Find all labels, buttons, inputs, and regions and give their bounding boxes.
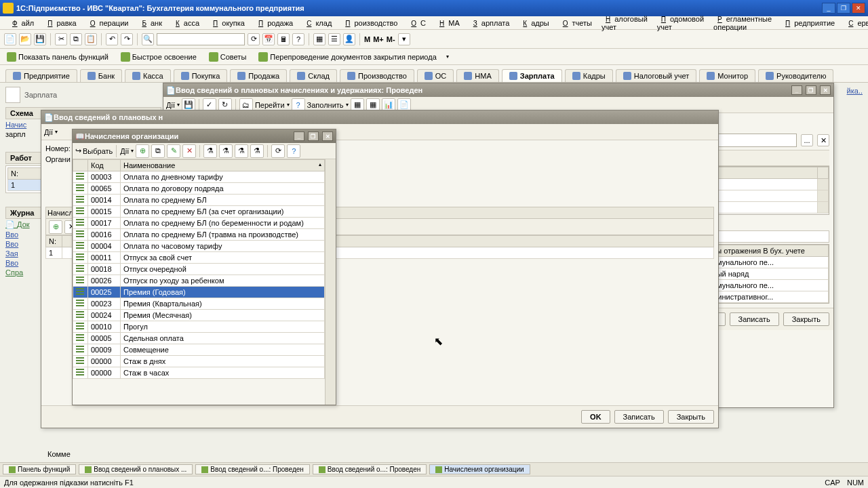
m-button[interactable]: M [364, 35, 370, 43]
menu-сервис[interactable]: Сервис [840, 18, 868, 28]
catalog-actions[interactable]: Дії [120, 147, 129, 155]
menu-подомовой учет[interactable]: Подомовой учет [653, 14, 708, 33]
user-icon[interactable]: 👤 [343, 33, 355, 45]
catalog-row[interactable]: 00009Совмещение [73, 344, 325, 356]
catalog-max-icon[interactable]: ❐ [308, 131, 319, 141]
edit-item-icon[interactable]: ✎ [167, 144, 180, 158]
navtab-нма[interactable]: НМА [456, 69, 498, 82]
close-button[interactable]: ✕ [852, 3, 865, 14]
close-button[interactable]: Закрыть [783, 312, 829, 326]
menu-касса[interactable]: Касса [167, 18, 203, 28]
menu-операции[interactable]: Операции [82, 18, 133, 28]
menu-склад[interactable]: Склад [298, 18, 336, 28]
filter3-icon[interactable]: ⚗ [235, 144, 248, 158]
task-item[interactable]: Ввод сведений о...: Проведен [313, 464, 427, 474]
menu-кадры[interactable]: Кадры [515, 18, 553, 28]
actions-menu[interactable]: Дії [166, 101, 175, 109]
help-list-icon[interactable]: ? [287, 144, 300, 158]
inner-actions[interactable]: Дії [44, 128, 53, 136]
catalog-close-icon[interactable]: ✕ [322, 131, 333, 141]
menu-отчеты[interactable]: Отчеты [555, 18, 596, 28]
menu-зарплата[interactable]: Зарплата [465, 18, 514, 28]
catalog-row[interactable]: 00025Премия (Годовая) [73, 287, 325, 298]
inner-close-button[interactable]: Закрыть [668, 410, 714, 424]
quick-показать[interactable]: Показать панель функций [4, 51, 111, 63]
catalog-row[interactable]: 00015Оплата по среднему БЛ (за счет орга… [73, 206, 325, 218]
cut-icon[interactable]: ✂ [55, 33, 67, 45]
grid-icon[interactable]: ▦ [313, 33, 326, 45]
restore-button[interactable]: ❐ [837, 3, 850, 14]
save-icon[interactable]: 💾 [34, 33, 46, 45]
col-name[interactable]: Наименование ▴ [121, 160, 325, 171]
catalog-row[interactable]: 00065Оплата по договору подряда [73, 183, 325, 195]
filter-clear-icon[interactable]: ⚗ [250, 144, 264, 158]
navtab-производство[interactable]: Производство [340, 69, 414, 82]
menu-предприятие[interactable]: Предприятие [777, 18, 839, 28]
menu-налоговый учет[interactable]: Налоговый учет [597, 14, 652, 33]
calc-icon[interactable]: 🖩 [277, 33, 290, 45]
catalog-row[interactable]: 00004Оплата по часовому тарифу [73, 241, 325, 252]
fill-menu[interactable]: Заполнить [307, 101, 344, 109]
open-icon[interactable]: 📂 [19, 33, 31, 45]
catalog-row[interactable]: 00018Отпуск очередной [73, 264, 325, 275]
catalog-row[interactable]: 00024Премия (Месячная) [73, 310, 325, 321]
mdi-catalog-titlebar[interactable]: 📖 Начисления организации _ ❐ ✕ [73, 129, 336, 143]
setup-link[interactable]: йка.. [847, 87, 863, 95]
mdi-main-titlebar[interactable]: 📄 Ввод сведений о плановых начислениях и… [163, 83, 833, 97]
copy-item-icon[interactable]: ⧉ [151, 144, 165, 158]
menu-покупка[interactable]: Покупка [205, 18, 249, 28]
menu-файл[interactable]: Файл [4, 18, 38, 28]
menu-нма[interactable]: НМА [431, 18, 464, 28]
catalog-row[interactable]: 00003Оплата по дневному тарифу [73, 171, 325, 183]
mdi-restore-icon[interactable]: ❐ [806, 85, 816, 95]
goto-menu[interactable]: Перейти [255, 101, 285, 109]
menu-банк[interactable]: Банк [134, 18, 166, 28]
list-icon[interactable]: ☰ [328, 33, 340, 45]
filter1-icon[interactable]: ⚗ [203, 144, 217, 158]
navtab-руководителю[interactable]: Руководителю [758, 69, 833, 82]
catalog-row[interactable]: 00014Оплата по среднему БЛ [73, 195, 325, 206]
mdi-close-icon[interactable]: ✕ [820, 85, 831, 95]
search-input[interactable] [157, 33, 245, 45]
refresh-icon[interactable]: ⟳ [248, 33, 260, 45]
navtab-продажа[interactable]: Продажа [230, 69, 287, 82]
catalog-row[interactable]: 00016Оплата по среднему БЛ (травма на пр… [73, 229, 325, 241]
new-doc-icon[interactable]: 📄 [4, 33, 16, 45]
search-icon[interactable]: 🔍 [142, 33, 154, 45]
menu-ос[interactable]: ОС [403, 18, 430, 28]
inner-ok-button[interactable]: OK [581, 410, 610, 424]
dropdown-icon[interactable]: ▾ [398, 33, 410, 45]
refresh-list-icon[interactable]: ⟳ [271, 144, 285, 158]
copy-icon[interactable]: ⧉ [70, 33, 82, 45]
m-plus-button[interactable]: M+ [373, 35, 384, 43]
task-item[interactable]: Начисления организации [429, 464, 530, 474]
catalog-row[interactable]: 00011Отпуск за свой счет [73, 252, 325, 264]
m-minus-button[interactable]: M- [387, 35, 395, 43]
quick-быстрое[interactable]: Быстрое освоение [118, 51, 199, 63]
catalog-row[interactable]: 00017Оплата по среднему БЛ (по беременно… [73, 218, 325, 229]
navtab-зарплата[interactable]: Зарплата [502, 69, 562, 82]
menu-правка[interactable]: Правка [39, 18, 80, 28]
catalog-row[interactable]: 00000Стаж в часах [73, 367, 325, 379]
menu-продажа[interactable]: Продажа [250, 18, 297, 28]
filter2-icon[interactable]: ⚗ [219, 144, 233, 158]
navtab-налоговый учет[interactable]: Налоговый учет [616, 69, 697, 82]
task-item[interactable]: Ввод сведений о плановых ... [79, 464, 193, 474]
add-icon[interactable]: ⊕ [49, 220, 62, 234]
quick-советы[interactable]: Советы [206, 51, 249, 63]
catalog-row[interactable]: 00010Прогул [73, 321, 325, 333]
inner-row-1[interactable]: 1 [46, 247, 62, 259]
task-item[interactable]: Панель функций [3, 464, 76, 474]
add-item-icon[interactable]: ⊕ [136, 144, 149, 158]
catalog-min-icon[interactable]: _ [294, 131, 304, 141]
catalog-row[interactable]: 00005Сдельная оплата [73, 333, 325, 344]
resp-picker-icon[interactable]: ... [801, 134, 813, 146]
save-button[interactable]: Записать [730, 312, 779, 326]
paste-icon[interactable]: 📋 [85, 33, 97, 45]
undo-icon[interactable]: ↶ [106, 33, 118, 45]
navtab-покупка[interactable]: Покупка [174, 69, 228, 82]
quick-перепроведение[interactable]: Перепроведение документов закрытия перио… [256, 51, 439, 63]
mdi-inner-titlebar[interactable]: 📄 Ввод сведений о плановых н [41, 110, 718, 124]
calendar-icon[interactable]: 📅 [262, 33, 275, 45]
inner-save-button[interactable]: Записать [614, 410, 664, 424]
